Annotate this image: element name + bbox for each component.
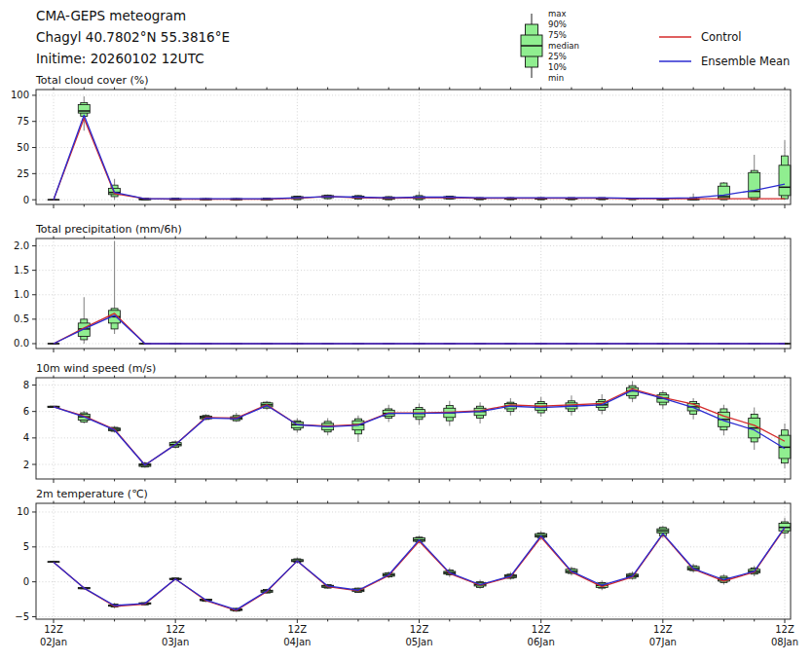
legend: max90%75%median25%10%minControlEnsemble … <box>506 2 812 92</box>
legend-box-label: min <box>548 73 564 83</box>
location-label: Chagyl 40.7802°N 55.3816°E <box>36 29 230 45</box>
x-axis-label: 12Z05Jan <box>388 624 451 648</box>
legend-box-label: 25% <box>548 52 567 61</box>
init-time-label: Initime: 20260102 12UTC <box>36 51 204 66</box>
y-tick-label: 50 <box>17 142 29 153</box>
y-tick-label: 0.5 <box>14 313 29 324</box>
y-tick-label: 5 <box>23 541 29 552</box>
y-tick-label: 0.0 <box>14 338 29 349</box>
x-axis-label: 12Z06Jan <box>510 624 572 648</box>
legend-box-label: 75% <box>548 30 567 40</box>
x-axis-label: 12Z03Jan <box>144 624 206 648</box>
y-tick-label: 25 <box>17 168 29 179</box>
legend-box-label: 10% <box>548 62 567 72</box>
y-tick-label: 2.0 <box>14 240 29 251</box>
y-tick-label: 0 <box>23 195 29 205</box>
y-tick-label: 10 <box>17 506 29 517</box>
chart-panel: 2468 <box>0 373 812 486</box>
y-tick-label: 75 <box>17 116 29 127</box>
legend-series-label: Ensemble Mean <box>701 55 790 68</box>
y-tick-label: −5 <box>15 611 29 622</box>
y-tick-label: 1.5 <box>14 265 29 276</box>
chart-panel: 0.00.51.01.52.0 <box>0 234 812 355</box>
y-tick-label: 0 <box>23 576 29 587</box>
x-axis-label: 12Z07Jan <box>632 624 694 648</box>
legend-box-label: max <box>548 9 567 18</box>
y-tick-label: 8 <box>23 380 29 390</box>
legend-box-label: median <box>548 41 579 51</box>
legend-series-label: Control <box>701 30 742 44</box>
y-tick-label: 4 <box>23 432 29 443</box>
x-axis-label: 12Z08Jan <box>754 624 812 648</box>
x-axis-label: 12Z02Jan <box>22 624 85 648</box>
y-tick-label: 6 <box>23 406 29 417</box>
app-title: CMA-GEPS meteogram <box>36 8 186 23</box>
legend-box-label: 90% <box>548 19 567 29</box>
meteogram-figure: CMA-GEPS meteogram Chagyl 40.7802°N 55.3… <box>0 0 812 662</box>
y-tick-label: 2 <box>23 460 29 470</box>
y-tick-label: 100 <box>11 90 29 100</box>
chart-panel: −50510 <box>0 498 812 626</box>
chart-panel: 0255075100 <box>0 85 812 211</box>
y-tick-label: 1.0 <box>14 289 29 300</box>
x-axis-label: 12Z04Jan <box>266 624 328 648</box>
